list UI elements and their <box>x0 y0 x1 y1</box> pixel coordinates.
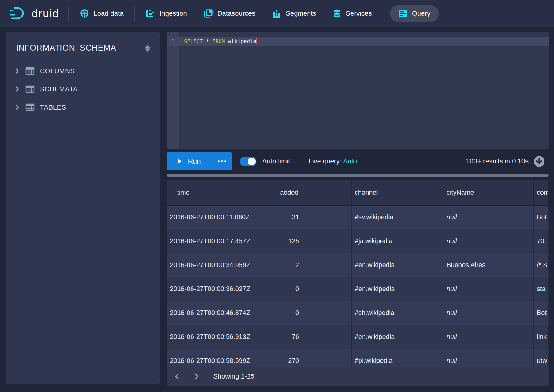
result-cell[interactable]: #en.wikipedia <box>352 277 443 301</box>
result-cell[interactable]: null <box>443 229 534 253</box>
sql-query-text[interactable]: SELECT * FROM wikipedia <box>184 37 257 46</box>
navbar-divider <box>134 6 135 21</box>
tree-label: SCHEMATA <box>40 85 78 93</box>
result-cell[interactable]: null <box>443 206 534 229</box>
nav-label: Query <box>412 10 431 17</box>
column-header-cityName[interactable]: cityName <box>443 180 534 206</box>
text-cursor <box>256 38 257 44</box>
schema-selector[interactable]: INFORMATION_SCHEMA <box>14 43 150 53</box>
result-cell[interactable]: 0 <box>277 277 352 301</box>
previous-page-button[interactable] <box>174 373 180 380</box>
nav-label: Services <box>346 10 372 17</box>
auto-limit-toggle[interactable] <box>240 157 256 166</box>
sql-token: * <box>203 38 212 44</box>
sql-editor[interactable]: 1 SELECT * FROM wikipedia <box>167 32 549 149</box>
play-icon <box>178 159 182 164</box>
result-cell[interactable]: 2016-06-27T00:00:17.457Z <box>167 229 277 253</box>
ellipsis-icon <box>224 160 226 162</box>
column-header-comment[interactable]: comment <box>534 180 549 206</box>
column-header-time[interactable]: __time <box>167 180 277 206</box>
result-cell[interactable]: null <box>443 349 534 367</box>
panel-resize-handle[interactable] <box>167 174 549 177</box>
result-cell[interactable]: 31 <box>277 206 352 229</box>
table-body: 2016-06-27T00:00:11.080Z31#sv.wikipedian… <box>167 206 549 367</box>
result-cell[interactable]: #sh.wikipedia <box>352 301 443 325</box>
result-cell[interactable]: utw <box>534 349 549 367</box>
nav-label: Segments <box>286 10 316 17</box>
result-cell[interactable]: link <box>534 325 549 349</box>
query-icon <box>398 9 408 18</box>
toggle-knob <box>248 158 256 165</box>
chevron-right-icon[interactable] <box>15 68 20 74</box>
table-row: 2016-06-27T00:00:56.913Z76#en.wikipedian… <box>167 325 549 349</box>
result-cell[interactable]: 76 <box>277 325 352 349</box>
result-cell[interactable]: null <box>443 325 534 349</box>
druid-logo[interactable]: druid <box>9 6 59 21</box>
tree-label: TABLES <box>40 103 66 111</box>
result-cell[interactable]: 70. <box>534 229 549 253</box>
double-caret-vertical-icon[interactable] <box>145 44 150 52</box>
download-icon[interactable] <box>533 156 545 167</box>
next-page-button[interactable] <box>193 373 200 380</box>
result-cell[interactable]: Bot <box>534 206 549 229</box>
run-button-label: Run <box>188 157 201 166</box>
result-cell[interactable]: #en.wikipedia <box>352 253 443 277</box>
ellipsis-icon <box>218 160 220 162</box>
live-query-label: Live query: Auto <box>308 157 357 165</box>
query-toolbar: Run Auto limit Live query: Auto 100+ res… <box>167 152 549 170</box>
result-cell[interactable]: sta <box>534 277 549 301</box>
result-cell[interactable]: 2016-06-27T00:00:34.959Z <box>167 253 277 277</box>
top-navbar: druid Load data Ingestion <box>0 0 554 27</box>
result-cell[interactable]: 2016-06-27T00:00:46.874Z <box>167 301 277 325</box>
table-row: 2016-06-27T00:00:46.874Z0#sh.wikipedianu… <box>167 301 549 325</box>
navbar-divider <box>383 6 383 21</box>
column-header-channel[interactable]: channel <box>352 180 443 206</box>
table-row: 2016-06-27T00:00:36.027Z0#en.wikipedianu… <box>167 277 549 301</box>
nav-item-load-data[interactable]: Load data <box>72 0 132 27</box>
table-row: 2016-06-27T00:00:11.080Z31#sv.wikipedian… <box>167 206 549 229</box>
nav-item-datasources[interactable]: Datasources <box>195 0 264 27</box>
logo-text: druid <box>31 8 59 20</box>
run-button[interactable]: Run <box>167 152 212 170</box>
nav-label: Ingestion <box>159 10 187 17</box>
live-query-value[interactable]: Auto <box>343 157 357 165</box>
result-cell[interactable]: Buenos Aires <box>443 253 534 277</box>
result-cell[interactable]: 2016-06-27T00:00:11.080Z <box>167 206 277 229</box>
result-cell[interactable]: 2016-06-27T00:00:36.027Z <box>167 277 277 301</box>
sidebar-item-columns[interactable]: COLUMNS <box>14 62 150 80</box>
editor-gutter <box>167 32 179 149</box>
run-more-options-button[interactable] <box>212 152 232 170</box>
result-cell[interactable]: Bot <box>534 301 549 325</box>
pagination-status: Showing 1-25 <box>213 372 255 380</box>
table-row: 2016-06-27T00:00:58.599Z270#pl.wikipedia… <box>167 349 549 367</box>
table-icon <box>25 67 35 75</box>
result-cell[interactable]: 0 <box>277 301 352 325</box>
result-cell[interactable]: 2 <box>277 253 352 277</box>
results-table: __timeaddedchannelcityNamecomment 2016-0… <box>167 180 549 386</box>
chevron-right-icon[interactable] <box>15 86 20 92</box>
column-header-added[interactable]: added <box>277 180 352 206</box>
result-cell[interactable]: #ja.wikipedia <box>352 229 443 253</box>
result-cell[interactable]: null <box>443 301 534 325</box>
result-cell[interactable]: null <box>443 277 534 301</box>
result-cell[interactable]: 2016-06-27T00:00:58.599Z <box>167 349 277 367</box>
nav-item-services[interactable]: Services <box>324 0 380 27</box>
result-cell[interactable]: #sv.wikipedia <box>352 206 443 229</box>
result-cell[interactable]: #en.wikipedia <box>352 325 443 349</box>
results-count-text: 100+ results in 0.10s <box>466 157 529 165</box>
result-cell[interactable]: 2016-06-27T00:00:56.913Z <box>167 325 277 349</box>
result-cell[interactable]: 125 <box>277 229 352 253</box>
result-cell[interactable]: 270 <box>277 349 352 367</box>
result-cell[interactable]: /* S <box>534 253 549 277</box>
result-cell[interactable]: #pl.wikipedia <box>352 349 443 367</box>
chevron-right-icon[interactable] <box>15 105 20 110</box>
services-icon <box>333 9 341 18</box>
sidebar-item-schemata[interactable]: SCHEMATA <box>14 80 150 98</box>
nav-label: Load data <box>94 10 124 17</box>
schema-sidebar: INFORMATION_SCHEMA COLUMNS <box>6 32 160 384</box>
nav-item-query-active[interactable]: Query <box>390 5 439 22</box>
table-icon <box>25 103 35 111</box>
nav-item-segments[interactable]: Segments <box>263 0 324 27</box>
nav-item-ingestion[interactable]: Ingestion <box>137 0 195 27</box>
sidebar-item-tables[interactable]: TABLES <box>14 98 150 116</box>
